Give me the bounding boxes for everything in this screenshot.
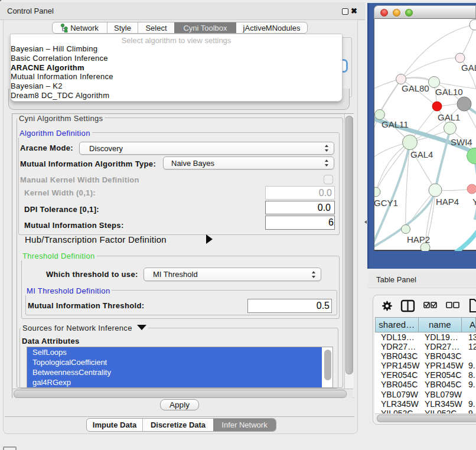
svg-text:HAP4: HAP4 bbox=[436, 197, 459, 207]
svg-text:GCY1: GCY1 bbox=[374, 198, 398, 208]
svg-text:GAL10: GAL10 bbox=[435, 87, 463, 97]
svg-text:GAL80: GAL80 bbox=[402, 83, 429, 93]
svg-text:SWI4: SWI4 bbox=[451, 137, 472, 147]
svg-text:GAL4: GAL4 bbox=[410, 149, 433, 159]
svg-text:GAL11: GAL11 bbox=[382, 119, 409, 129]
svg-text:HAP2: HAP2 bbox=[407, 234, 430, 244]
svg-text:GAL1: GAL1 bbox=[438, 112, 460, 122]
svg-text:Y: Y bbox=[472, 197, 476, 207]
svg-text:GAL: GAL bbox=[461, 63, 476, 73]
